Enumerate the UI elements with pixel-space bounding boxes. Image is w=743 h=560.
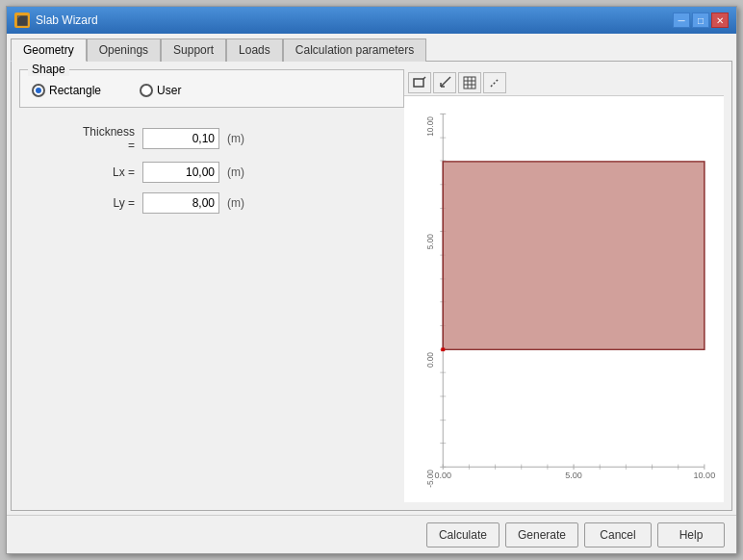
svg-text:10.00: 10.00 (425, 116, 435, 137)
slab-rectangle (443, 162, 705, 349)
calculate-button[interactable]: Calculate (426, 522, 500, 547)
right-panel: 10.00 5.00 0.00 -5.00 0.00 5.00 (404, 69, 724, 502)
lx-label: Lx = (77, 165, 135, 179)
left-panel: Shape Rectangle User (19, 69, 404, 502)
bottom-bar: Calculate Generate Cancel Help (7, 515, 736, 553)
minimize-button[interactable]: ─ (673, 13, 690, 28)
thickness-label: Thickness = (77, 125, 135, 152)
svg-rect-4 (464, 77, 475, 89)
zoom-extents-button[interactable] (408, 72, 431, 93)
pointer-button[interactable] (483, 72, 506, 93)
origin-marker (441, 347, 445, 351)
radio-user-label: User (157, 84, 181, 97)
cancel-button[interactable]: Cancel (584, 522, 652, 547)
ly-row: Ly = (m) (77, 192, 404, 214)
svg-rect-0 (414, 79, 423, 87)
close-button[interactable]: ✕ (711, 13, 729, 28)
svg-text:0.00: 0.00 (425, 352, 435, 368)
tab-calculation-parameters[interactable]: Calculation parameters (283, 38, 426, 62)
radio-user-circle (140, 84, 153, 97)
shape-group: Shape Rectangle User (19, 69, 404, 108)
tab-content: Shape Rectangle User (11, 62, 732, 511)
svg-text:5.00: 5.00 (565, 471, 582, 481)
tab-bar: Geometry Openings Support Loads Calculat… (11, 38, 732, 62)
radio-user[interactable]: User (140, 84, 181, 97)
grid-button[interactable] (458, 72, 481, 93)
help-button[interactable]: Help (657, 522, 725, 547)
lx-row: Lx = (m) (77, 162, 404, 183)
thickness-input[interactable] (142, 128, 219, 149)
radio-group: Rectangle User (32, 84, 392, 97)
maximize-button[interactable]: □ (692, 13, 709, 28)
ly-input[interactable] (142, 192, 219, 214)
content-area: Geometry Openings Support Loads Calculat… (7, 34, 736, 515)
tab-loads[interactable]: Loads (226, 38, 283, 62)
thickness-unit: (m) (227, 132, 256, 145)
window-title: Slab Wizard (36, 13, 98, 27)
shape-label: Shape (28, 63, 69, 76)
tab-geometry[interactable]: Geometry (11, 38, 87, 62)
lx-unit: (m) (227, 165, 256, 179)
zoom-in-button[interactable] (433, 72, 456, 93)
radio-rectangle[interactable]: Rectangle (32, 84, 101, 97)
params-area: Thickness = (m) Lx = (m) Ly = (m) (19, 115, 404, 214)
svg-text:0.00: 0.00 (434, 471, 451, 481)
chart-svg: 10.00 5.00 0.00 -5.00 0.00 5.00 (404, 96, 724, 502)
ly-unit: (m) (227, 196, 256, 210)
window-icon: ⬛ (14, 13, 30, 28)
radio-rectangle-circle (32, 84, 45, 97)
thickness-row: Thickness = (m) (77, 125, 404, 152)
chart-area: 10.00 5.00 0.00 -5.00 0.00 5.00 (404, 96, 724, 502)
generate-button[interactable]: Generate (505, 522, 578, 547)
svg-line-1 (423, 77, 425, 79)
svg-text:5.00: 5.00 (425, 234, 435, 249)
ly-label: Ly = (77, 196, 135, 210)
lx-input[interactable] (142, 162, 219, 183)
main-window: ⬛ Slab Wizard ─ □ ✕ Geometry Openings Su… (6, 6, 737, 554)
radio-rectangle-label: Rectangle (49, 84, 101, 97)
chart-toolbar (404, 69, 724, 96)
svg-text:10.00: 10.00 (694, 471, 716, 481)
tab-support[interactable]: Support (161, 38, 226, 62)
title-bar: ⬛ Slab Wizard ─ □ ✕ (7, 7, 736, 34)
tab-openings[interactable]: Openings (87, 38, 161, 62)
